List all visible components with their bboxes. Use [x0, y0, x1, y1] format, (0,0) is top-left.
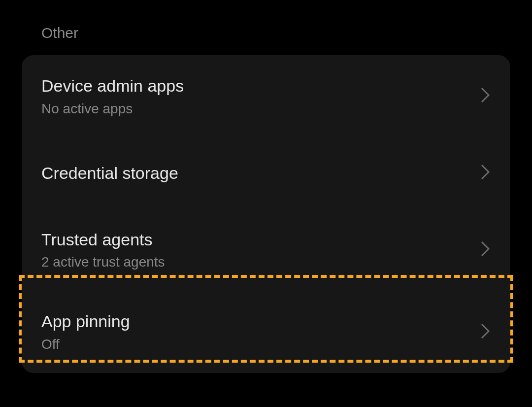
settings-item-device-admin-apps[interactable]: Device admin apps No active apps — [22, 55, 510, 137]
item-text: Trusted agents 2 active trust agents — [41, 230, 165, 271]
item-text: Credential storage — [41, 158, 178, 188]
settings-item-app-pinning[interactable]: App pinning Off — [22, 291, 510, 373]
settings-item-credential-storage[interactable]: Credential storage — [22, 137, 510, 209]
settings-item-trusted-agents[interactable]: Trusted agents 2 active trust agents — [22, 209, 510, 291]
item-subtitle: 2 active trust agents — [41, 254, 165, 270]
chevron-right-icon — [480, 163, 491, 183]
item-subtitle: No active apps — [41, 101, 184, 117]
section-header: Other — [0, 0, 532, 55]
chevron-right-icon — [480, 240, 491, 260]
item-title: App pinning — [41, 311, 130, 332]
item-text: Device admin apps No active apps — [41, 76, 184, 117]
item-text: App pinning Off — [41, 311, 130, 352]
item-title: Trusted agents — [41, 230, 165, 250]
chevron-right-icon — [480, 322, 491, 342]
item-subtitle: Off — [41, 337, 130, 352]
settings-panel: Device admin apps No active apps Credent… — [22, 55, 510, 373]
item-title: Device admin apps — [41, 76, 184, 96]
chevron-right-icon — [480, 86, 491, 106]
item-title: Credential storage — [41, 158, 178, 188]
